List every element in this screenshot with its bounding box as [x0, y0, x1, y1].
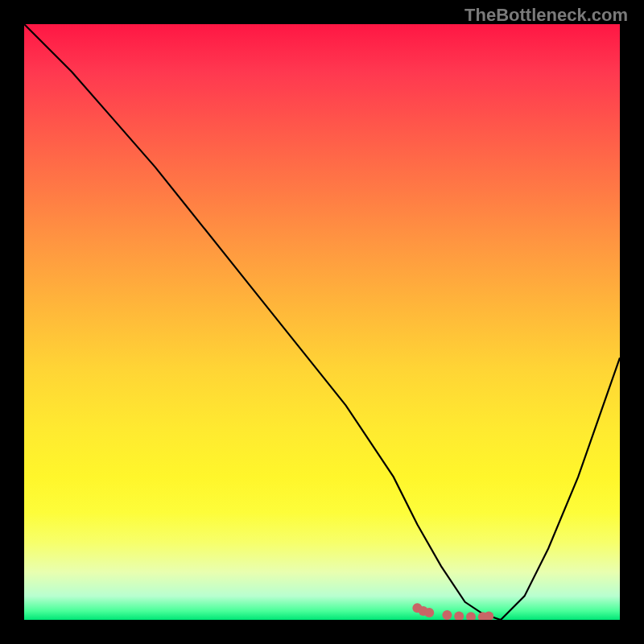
highlight-dot — [442, 610, 452, 620]
curve-svg — [24, 24, 620, 620]
highlight-dot — [454, 612, 464, 620]
highlight-dot — [424, 608, 434, 617]
plot-area — [24, 24, 620, 620]
highlight-dots-group — [412, 603, 493, 620]
highlight-dot — [466, 612, 476, 620]
bottleneck-curve-line — [24, 24, 620, 620]
highlight-dot — [484, 612, 493, 620]
watermark-text: TheBottleneck.com — [464, 5, 628, 26]
